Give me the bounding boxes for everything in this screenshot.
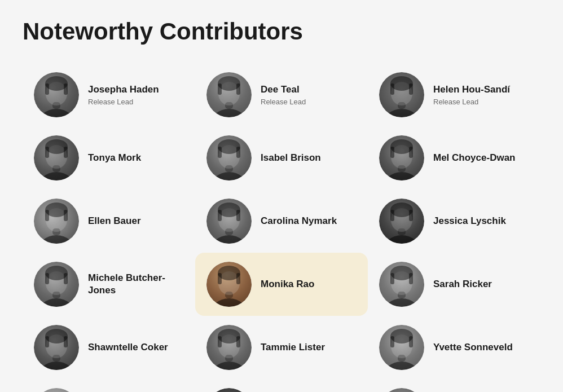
svg-rect-28 (218, 147, 222, 158)
svg-point-66 (382, 298, 421, 307)
contributor-role-helen: Release Lead (433, 98, 510, 106)
contributor-cell-isabel: Isabel Brison (195, 126, 368, 190)
svg-point-36 (37, 235, 76, 244)
svg-rect-52 (390, 210, 394, 221)
contributor-name-josepha: Josepha Haden (88, 83, 159, 96)
avatar-helen (379, 72, 424, 117)
contributor-cell-laura: Laura Nelson (23, 379, 195, 392)
avatar-josepha (34, 72, 79, 117)
contributor-cell-tammie: Tammie Lister (195, 316, 368, 379)
contributor-name-carolina: Carolina Nymark (261, 215, 337, 227)
contributor-info-shawntelle: Shawntelle Coker (88, 341, 168, 354)
contributor-info-helen: Helen Hou-SandíRelease Lead (433, 83, 510, 105)
contributor-name-ellen: Ellen Bauer (88, 215, 141, 227)
contributor-role-josepha: Release Lead (88, 98, 159, 106)
contributor-info-josepha: Josepha HadenRelease Lead (88, 83, 159, 105)
contributor-name-dee: Dee Teal (261, 83, 306, 96)
contributor-info-jessica: Jessica Lyschik (433, 215, 506, 227)
contributor-cell-tonya: Tonya Mork (23, 126, 195, 190)
contributor-name-monika: Monika Rao (261, 278, 314, 290)
svg-point-54 (37, 298, 76, 307)
contributors-grid: Josepha HadenRelease Lead Dee TealReleas… (23, 63, 540, 392)
contributor-cell-helen: Helen Hou-SandíRelease Lead (368, 63, 540, 126)
contributor-cell-carolina: Carolina Nymark (195, 190, 368, 253)
svg-rect-58 (45, 273, 49, 284)
svg-rect-22 (45, 147, 49, 158)
contributor-role-dee: Release Lead (261, 98, 306, 106)
svg-point-72 (37, 362, 76, 370)
svg-point-6 (210, 109, 248, 117)
contributor-info-tammie: Tammie Lister (261, 341, 325, 354)
avatar-angela (379, 388, 424, 392)
avatar-tammie (206, 325, 252, 370)
svg-rect-47 (236, 210, 240, 221)
svg-point-48 (382, 235, 421, 244)
svg-rect-88 (390, 336, 394, 347)
svg-rect-17 (409, 83, 413, 95)
avatar-thelma (206, 388, 252, 392)
contributor-info-ellen: Ellen Bauer (88, 215, 141, 227)
svg-rect-4 (45, 83, 49, 95)
svg-point-60 (210, 298, 248, 307)
svg-rect-40 (45, 210, 49, 221)
avatar-yvette (379, 325, 424, 370)
avatar-isabel (206, 135, 252, 180)
svg-point-24 (210, 172, 248, 180)
contributor-name-isabel: Isabel Brison (261, 152, 321, 164)
svg-rect-65 (236, 273, 240, 284)
contributor-cell-ellen: Ellen Bauer (23, 190, 195, 253)
contributor-name-shawntelle: Shawntelle Coker (88, 341, 168, 354)
contributor-info-isabel: Isabel Brison (261, 152, 321, 164)
contributor-name-tonya: Tonya Mork (88, 152, 141, 164)
svg-rect-35 (409, 147, 413, 158)
svg-rect-77 (64, 336, 68, 347)
svg-point-0 (37, 109, 76, 117)
contributor-cell-dee: Dee TealRelease Lead (195, 63, 368, 126)
svg-rect-71 (409, 273, 413, 284)
svg-point-84 (382, 362, 421, 370)
contributor-cell-monika: Monika Rao (195, 253, 368, 316)
contributor-name-tammie: Tammie Lister (261, 341, 325, 354)
avatar-michele (34, 262, 79, 307)
contributor-cell-yvette: Yvette Sonneveld (368, 316, 540, 379)
avatar-laura (34, 388, 79, 392)
contributor-info-sarah: Sarah Ricker (433, 278, 492, 290)
contributor-info-monika: Monika Rao (261, 278, 314, 290)
svg-rect-34 (390, 147, 394, 158)
contributor-cell-angela: Angela Jin (368, 379, 540, 392)
contributor-name-mel: Mel Choyce-Dwan (433, 152, 515, 164)
svg-rect-70 (390, 273, 394, 284)
svg-rect-76 (45, 336, 49, 347)
avatar-tonya (34, 135, 79, 180)
svg-point-78 (210, 362, 248, 370)
svg-point-42 (210, 235, 248, 244)
contributor-cell-josepha: Josepha HadenRelease Lead (23, 63, 195, 126)
contributor-cell-mel: Mel Choyce-Dwan (368, 126, 540, 190)
contributor-cell-sarah: Sarah Ricker (368, 253, 540, 316)
contributor-cell-shawntelle: Shawntelle Coker (23, 316, 195, 379)
contributor-name-michele: Michele Butcher-Jones (88, 272, 184, 297)
svg-rect-83 (236, 336, 240, 347)
page-title: Noteworthy Contributors (23, 18, 540, 45)
svg-rect-46 (218, 210, 222, 221)
svg-rect-89 (409, 336, 413, 347)
svg-rect-10 (218, 83, 222, 95)
svg-rect-29 (236, 147, 240, 158)
svg-rect-11 (236, 83, 240, 95)
svg-rect-53 (409, 210, 413, 221)
avatar-mel (379, 135, 424, 180)
avatar-shawntelle (34, 325, 79, 370)
contributor-name-sarah: Sarah Ricker (433, 278, 492, 290)
contributor-info-yvette: Yvette Sonneveld (433, 341, 513, 354)
svg-point-30 (382, 172, 421, 180)
svg-rect-41 (64, 210, 68, 221)
contributor-info-carolina: Carolina Nymark (261, 215, 337, 227)
svg-point-18 (37, 172, 76, 180)
svg-rect-23 (64, 147, 68, 158)
svg-rect-82 (218, 336, 222, 347)
svg-rect-5 (64, 83, 68, 95)
contributor-info-tonya: Tonya Mork (88, 152, 141, 164)
svg-rect-16 (390, 83, 394, 95)
avatar-jessica (379, 199, 424, 244)
avatar-dee (206, 72, 252, 117)
